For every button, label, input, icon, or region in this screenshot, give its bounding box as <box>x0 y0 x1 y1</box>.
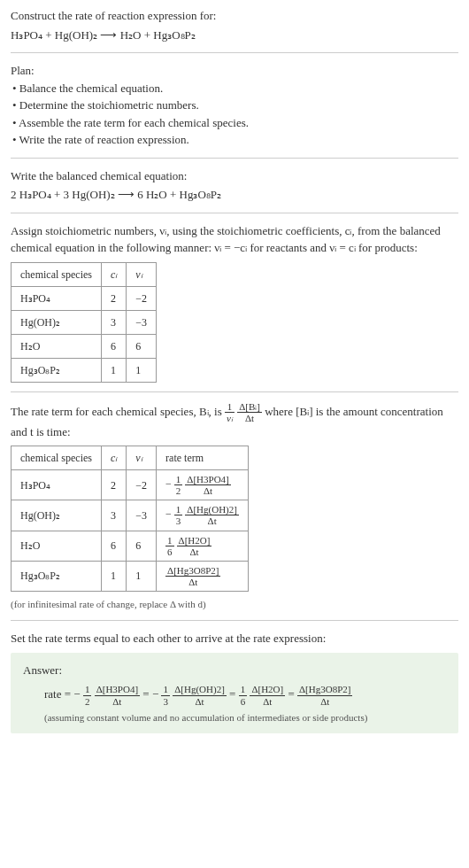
table-row: Hg₃O₈P₂ 1 1 <box>12 358 157 382</box>
cell-v: 6 <box>127 531 157 561</box>
divider <box>11 391 458 392</box>
plan-item: • Write the rate of reaction expression. <box>12 131 458 149</box>
cell-species: Hg₃O₈P₂ <box>12 561 102 591</box>
divider <box>11 620 458 621</box>
table-row: H₃PO₄ 2 −2 − 12 Δ[H3PO4]Δt <box>12 470 249 500</box>
cell-rate: Δ[Hg3O8P2]Δt <box>157 561 249 591</box>
cell-v: −3 <box>127 500 157 531</box>
stoich-text: Assign stoichiometric numbers, νᵢ, using… <box>11 222 458 257</box>
cell-rate: − 13 Δ[Hg(OH)2]Δt <box>157 500 249 531</box>
table-row: H₂O 6 6 <box>12 334 157 358</box>
balanced-equation: 2 H₃PO₄ + 3 Hg(OH)₂ ⟶ 6 H₂O + Hg₃O₈P₂ <box>11 186 458 204</box>
cell-species: H₃PO₄ <box>12 286 102 310</box>
fraction: Δ[Bᵢ] Δt <box>237 401 262 423</box>
cell-c: 6 <box>101 334 126 358</box>
cell-v: −3 <box>127 310 157 334</box>
table-header: cᵢ <box>101 446 126 470</box>
plan-item: • Determine the stoichiometric numbers. <box>12 97 458 114</box>
fraction: 1 νᵢ <box>225 401 234 423</box>
cell-v: 6 <box>127 334 157 358</box>
divider <box>11 158 458 159</box>
plan-item: • Assemble the rate term for each chemic… <box>12 114 458 132</box>
cell-c: 6 <box>101 531 126 561</box>
answer-equation: rate = − 12 Δ[H3PO4]Δt = − 13 Δ[Hg(OH)2]… <box>44 684 446 706</box>
cell-species: H₂O <box>12 334 102 358</box>
table-row: Hg(OH)₂ 3 −3 <box>12 310 157 334</box>
table-header: cᵢ <box>101 262 126 286</box>
cell-v: −2 <box>127 286 157 310</box>
stoich-table: chemical species cᵢ νᵢ H₃PO₄ 2 −2 Hg(OH)… <box>11 262 157 383</box>
cell-rate: − 12 Δ[H3PO4]Δt <box>157 470 249 500</box>
cell-species: Hg₃O₈P₂ <box>12 358 102 382</box>
rate-term-text: The rate term for each chemical species,… <box>11 404 225 417</box>
table-row: Hg(OH)₂ 3 −3 − 13 Δ[Hg(OH)2]Δt <box>12 500 249 531</box>
cell-species: H₂O <box>12 531 102 561</box>
unbalanced-equation: H₃PO₄ + Hg(OH)₂ ⟶ H₂O + Hg₃O₈P₂ <box>11 27 458 44</box>
answer-box: Answer: rate = − 12 Δ[H3PO4]Δt = − 13 Δ[… <box>11 653 458 733</box>
cell-species: H₃PO₄ <box>12 470 102 500</box>
table-header: rate term <box>157 446 249 470</box>
answer-label: Answer: <box>23 662 446 679</box>
cell-c: 2 <box>101 286 126 310</box>
cell-c: 3 <box>101 310 126 334</box>
table-header: chemical species <box>12 446 102 470</box>
cell-species: Hg(OH)₂ <box>12 500 102 531</box>
table-row: Hg₃O₈P₂ 1 1 Δ[Hg3O8P2]Δt <box>12 561 249 591</box>
plan-item: • Balance the chemical equation. <box>12 80 458 97</box>
cell-species: Hg(OH)₂ <box>12 310 102 334</box>
table-header: νᵢ <box>127 446 157 470</box>
cell-v: 1 <box>127 358 157 382</box>
table-row: H₃PO₄ 2 −2 <box>12 286 157 310</box>
cell-v: 1 <box>127 561 157 591</box>
set-equal-text: Set the rate terms equal to each other t… <box>11 630 458 647</box>
cell-c: 3 <box>101 500 126 531</box>
cell-v: −2 <box>127 470 157 500</box>
cell-rate: 16 Δ[H2O]Δt <box>157 531 249 561</box>
plan-label: Plan: <box>11 62 458 80</box>
table-header: chemical species <box>12 262 102 286</box>
balanced-label: Write the balanced chemical equation: <box>11 167 458 185</box>
table-row: H₂O 6 6 16 Δ[H2O]Δt <box>12 531 249 561</box>
table-header: νᵢ <box>127 262 157 286</box>
title: Construct the rate of reaction expressio… <box>11 7 458 25</box>
answer-note: (assuming constant volume and no accumul… <box>44 710 446 725</box>
infinitesimal-note: (for infinitesimal rate of change, repla… <box>11 597 458 612</box>
cell-c: 1 <box>101 561 126 591</box>
divider <box>11 52 458 53</box>
cell-c: 2 <box>101 470 126 500</box>
rate-term-table: chemical species cᵢ νᵢ rate term H₃PO₄ 2… <box>11 446 249 592</box>
cell-c: 1 <box>101 358 126 382</box>
divider <box>11 213 458 213</box>
